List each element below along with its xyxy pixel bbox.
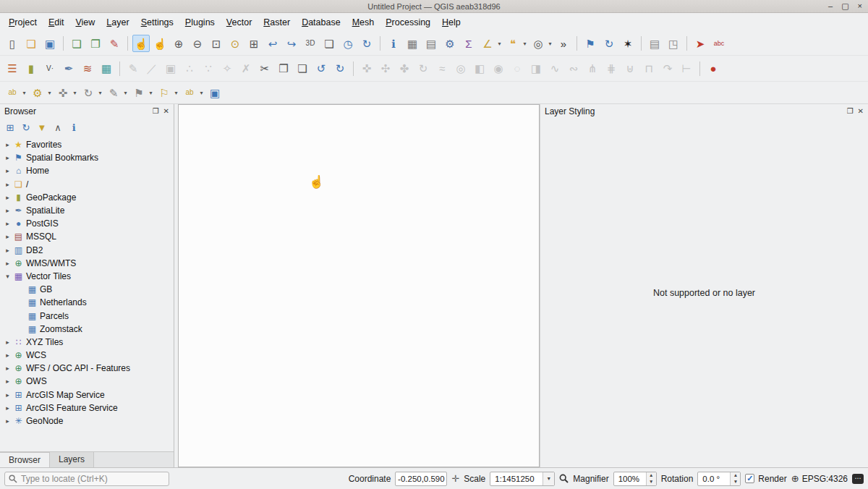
show-spatial-bookmarks-icon[interactable]: ↻ xyxy=(600,35,618,52)
menu-help[interactable]: Help xyxy=(436,14,467,30)
browser-item-geonode[interactable]: ▸✳GeoNode xyxy=(0,414,174,428)
save-project-icon[interactable]: ▣ xyxy=(41,35,59,52)
open-attribute-table-icon[interactable]: ▦ xyxy=(404,35,421,52)
pin-unpin-labels-dropdown-icon[interactable]: ▾ xyxy=(148,90,154,96)
browser-item-spatialite[interactable]: ▸✒SpatiaLite xyxy=(0,204,174,217)
offset-curve-icon[interactable]: ∿ xyxy=(546,60,563,77)
browser-close-button[interactable]: ✕ xyxy=(163,108,169,115)
locate-search-input[interactable]: Type to locate (Ctrl+K) xyxy=(4,472,169,486)
expander-icon[interactable]: ▸ xyxy=(3,352,12,359)
layer-diagram-options-icon[interactable]: ⚙ xyxy=(29,84,46,101)
title-bar[interactable]: Untitled Project — QGIS aeab318d96 – ▢ × xyxy=(0,0,868,13)
zoom-to-selection-icon[interactable]: ⊙ xyxy=(226,35,244,52)
expander-icon[interactable]: ▾ xyxy=(3,273,12,280)
measure-line-dropdown-icon[interactable]: ▾ xyxy=(496,41,503,47)
zoom-to-feature-dropdown-icon[interactable]: ▾ xyxy=(547,41,553,47)
expander-icon[interactable]: ▸ xyxy=(3,181,12,188)
browser-item-wms-wmts[interactable]: ▸⊕WMS/WMTS xyxy=(0,257,174,270)
browser-item-xyz-tiles[interactable]: ▸∷XYZ Tiles xyxy=(0,336,174,349)
move-feature-icon[interactable]: ✣ xyxy=(377,60,394,77)
rotate-label-dropdown-icon[interactable]: ▾ xyxy=(97,90,103,96)
filter-browser-icon[interactable]: ▼ xyxy=(35,120,49,135)
zoom-full-icon[interactable]: ⊡ xyxy=(208,35,225,52)
browser-item-vector-tiles[interactable]: ▾▦Vector Tiles xyxy=(0,270,174,283)
delete-selected-icon[interactable]: ✗ xyxy=(237,60,255,77)
open-field-calculator-icon[interactable]: ▤ xyxy=(422,35,440,52)
coordinate-capture-icon[interactable]: ➤ xyxy=(692,35,709,52)
add-selected-layers-icon[interactable]: ⊞ xyxy=(3,120,17,135)
toggle-editing-icon[interactable]: ／ xyxy=(143,60,161,77)
browser-item-wcs[interactable]: ▸⊕WCS xyxy=(0,349,174,362)
layer-labeling-options-dropdown-icon[interactable]: ▾ xyxy=(21,90,27,96)
delete-part-icon[interactable]: ◨ xyxy=(527,60,545,77)
browser-item-favorites[interactable]: ▸★Favorites xyxy=(0,138,174,151)
browser-item-spatial-bookmarks[interactable]: ▸⚑Spatial Bookmarks xyxy=(0,151,174,164)
new-virtual-layer-icon[interactable]: V· xyxy=(41,60,59,77)
paste-features-icon[interactable]: ❏ xyxy=(294,60,311,77)
browser-item-arcgis-map-service[interactable]: ▸⊞ArcGIS Map Service xyxy=(0,388,174,401)
zoom-next-icon[interactable]: ↪ xyxy=(283,35,300,52)
show-hide-labels-dropdown-icon[interactable]: ▾ xyxy=(198,90,205,96)
expander-icon[interactable]: ▸ xyxy=(3,339,12,346)
measure-line-icon[interactable]: ∠ xyxy=(479,35,496,52)
browser-item-ows[interactable]: ▸⊕OWS xyxy=(0,375,174,388)
trim-extend-icon[interactable]: ⊢ xyxy=(678,60,695,77)
rotation-spinbox[interactable]: 0.0 ° ▲▼ xyxy=(697,472,741,486)
layer-diagram-options-dropdown-icon[interactable]: ▾ xyxy=(46,90,53,96)
debugging-tools-icon[interactable]: ✶ xyxy=(619,35,637,52)
cut-features-icon[interactable]: ✂ xyxy=(256,60,273,77)
menu-raster[interactable]: Raster xyxy=(258,14,296,30)
rotate-feature-icon[interactable]: ↻ xyxy=(414,60,432,77)
highlight-pinned-labels-dropdown-icon[interactable]: ▾ xyxy=(173,90,179,96)
new-map-view-icon[interactable]: ❏ xyxy=(320,35,338,52)
current-edits-icon[interactable]: ✎ xyxy=(124,60,142,77)
coordinate-input[interactable]: -0.250,0.590 xyxy=(395,472,447,486)
expander-icon[interactable]: ▸ xyxy=(3,233,12,240)
collapse-all-icon[interactable]: ∧ xyxy=(51,120,65,135)
menu-settings[interactable]: Settings xyxy=(135,14,179,30)
menu-mesh[interactable]: Mesh xyxy=(346,14,380,30)
diagram-options-extra-icon[interactable]: ▣ xyxy=(206,84,224,101)
browser-item-arcgis-feature-service[interactable]: ▸⊞ArcGIS Feature Service xyxy=(0,401,174,414)
expander-icon[interactable]: ▸ xyxy=(3,141,12,148)
menu-edit[interactable]: Edit xyxy=(43,14,70,30)
show-hide-labels-icon[interactable]: ab xyxy=(181,84,198,101)
styling-float-button[interactable]: ❐ xyxy=(847,108,854,115)
menu-project[interactable]: Project xyxy=(3,14,43,30)
refresh-map-icon[interactable]: ↻ xyxy=(358,35,375,52)
new-mesh-layer-icon[interactable]: ▦ xyxy=(98,60,115,77)
reshape-features-icon[interactable]: ∾ xyxy=(565,60,582,77)
add-part-icon[interactable]: ◧ xyxy=(471,60,488,77)
digitize-with-segment-icon[interactable]: ∴ xyxy=(181,60,198,77)
new-3d-map-view-icon[interactable]: 3D xyxy=(302,35,319,52)
minimize-button[interactable]: – xyxy=(828,2,833,10)
new-geopackage-layer-icon[interactable]: ▮ xyxy=(22,60,40,77)
globe-plugin-tool-icon[interactable]: ● xyxy=(705,60,722,77)
copy-move-feature-icon[interactable]: ✤ xyxy=(396,60,413,77)
menu-plugins[interactable]: Plugins xyxy=(179,14,221,30)
statistical-summary-icon[interactable]: Σ xyxy=(460,35,477,52)
properties-widget-icon[interactable]: ℹ xyxy=(67,120,81,135)
browser-item-netherlands[interactable]: ▦Netherlands xyxy=(0,296,174,309)
highlight-pinned-labels-icon[interactable]: ⚐ xyxy=(156,84,173,101)
show-layout-manager-icon[interactable]: ❐ xyxy=(87,35,104,52)
browser-item-postgis[interactable]: ▸●PostGIS xyxy=(0,217,174,230)
open-project-icon[interactable]: ❏ xyxy=(22,35,40,52)
magnifier-lens-icon[interactable] xyxy=(559,474,569,483)
copy-features-icon[interactable]: ❐ xyxy=(275,60,292,77)
pan-to-selection-icon[interactable]: ☝ xyxy=(151,35,169,52)
toolbar-overflow-icon[interactable]: » xyxy=(555,35,572,52)
merge-feature-attributes-icon[interactable]: ⊓ xyxy=(640,60,658,77)
expander-icon[interactable]: ▸ xyxy=(3,417,12,425)
scale-combo[interactable]: 1:1451250 ▾ xyxy=(490,472,555,486)
temporal-controller-icon[interactable]: ◷ xyxy=(339,35,357,52)
expander-icon[interactable]: ▸ xyxy=(3,167,12,174)
browser-item-db2[interactable]: ▸▥DB2 xyxy=(0,244,174,257)
split-parts-icon[interactable]: ⋕ xyxy=(603,60,620,77)
browser-item-zoomstack[interactable]: ▦Zoomstack xyxy=(0,323,174,336)
undo-icon[interactable]: ↺ xyxy=(312,60,330,77)
expander-icon[interactable]: ▸ xyxy=(3,391,12,399)
browser-item-home[interactable]: ▸⌂Home xyxy=(0,164,174,177)
move-label-dropdown-icon[interactable]: ▾ xyxy=(72,90,78,96)
map-tips-icon[interactable]: ❝ xyxy=(504,35,522,52)
